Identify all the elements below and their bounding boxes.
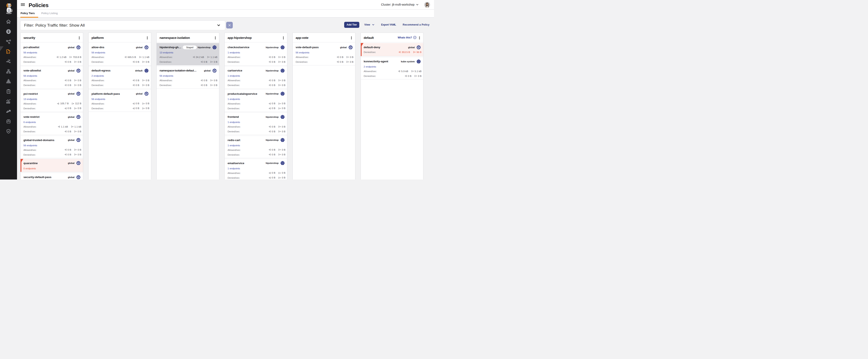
svg-text:ns: ns xyxy=(146,71,147,72)
svg-text:ns: ns xyxy=(418,62,419,63)
svg-text:ns: ns xyxy=(214,48,215,49)
svg-text:ns: ns xyxy=(282,48,283,49)
svg-text:?: ? xyxy=(414,36,415,39)
svg-text:ns: ns xyxy=(282,94,283,95)
svg-text:ns: ns xyxy=(282,118,283,118)
svg-text:ns: ns xyxy=(282,141,283,142)
svg-text:ns: ns xyxy=(282,164,283,165)
svg-text:ns: ns xyxy=(282,71,283,72)
